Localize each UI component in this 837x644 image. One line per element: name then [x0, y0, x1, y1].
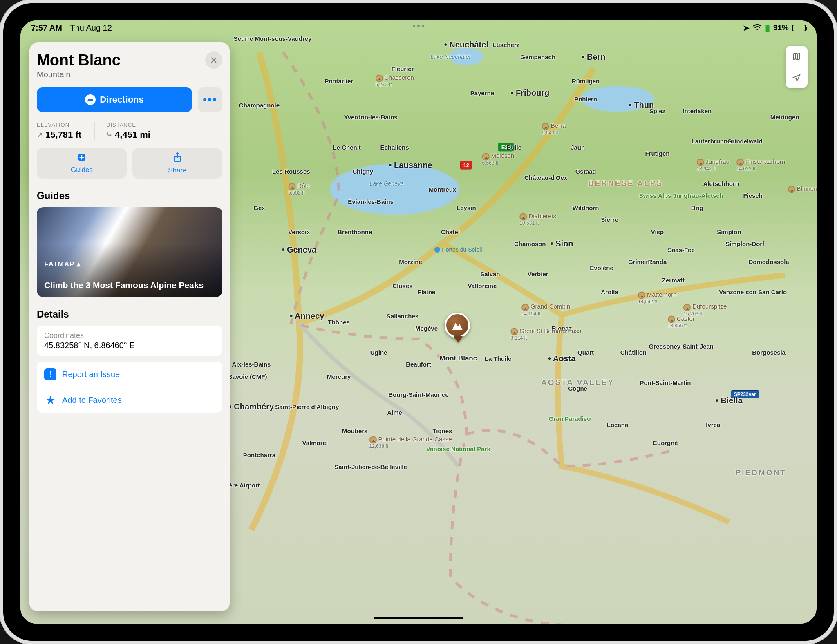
city-pontcharra[interactable]: Pontcharra	[243, 451, 275, 458]
add-to-guides-button[interactable]: Guides	[37, 148, 127, 179]
peak-chasseron[interactable]: Chasseron5,272 ft	[375, 74, 414, 87]
city-simplon-dorf[interactable]: Simplon-Dorf	[725, 240, 764, 247]
city-ch-teau-d-oex[interactable]: Château-d'Oex	[524, 174, 567, 181]
peak-pointe-de-la-grande-casse[interactable]: Pointe de la Grande Casse12,638 ft	[369, 436, 452, 449]
city-cluses[interactable]: Cluses	[392, 282, 412, 289]
city-echallens[interactable]: Echallens	[380, 143, 409, 150]
city-chamoson[interactable]: Chamoson	[514, 240, 546, 247]
city-les-rousses[interactable]: Les Rousses	[272, 168, 310, 175]
city-saint-pierre-d-albigny[interactable]: Saint-Pierre d'Albigny	[275, 403, 339, 410]
close-button[interactable]	[205, 51, 222, 69]
city-gstaad[interactable]: Gstaad	[575, 168, 596, 175]
city-evol-ne[interactable]: Evolène	[590, 264, 613, 271]
city-la-thuile[interactable]: La Thuile	[485, 355, 512, 362]
peak-diablerets[interactable]: Diablerets10,531 ft	[519, 213, 556, 226]
city-aosta[interactable]: • Aosta	[548, 353, 575, 363]
city-gex[interactable]: Gex	[253, 204, 265, 211]
directions-button[interactable]: ➦ Directions	[37, 87, 192, 112]
city-bern[interactable]: • Bern	[582, 52, 605, 61]
city-gempenach[interactable]: Gempenach	[520, 53, 555, 60]
window-grabber[interactable]	[413, 25, 424, 27]
city-mont-sous-vaudrey[interactable]: Mont-sous-Vaudrey	[255, 35, 311, 42]
city-lausanne[interactable]: • Lausanne	[389, 161, 432, 170]
city-ch-tillon[interactable]: Châtillon	[620, 349, 647, 356]
city-meg-ve[interactable]: Megève	[415, 324, 438, 331]
peak-castor[interactable]: Castor13,855 ft	[668, 315, 695, 329]
coordinates-panel[interactable]: Coordinates 45.83258° N, 6.86460° E	[37, 326, 222, 356]
city-jaun[interactable]: Jaun	[571, 143, 585, 150]
city-ugine[interactable]: Ugine	[370, 349, 387, 356]
peak-matterhorn[interactable]: Matterhorn14,692 ft	[638, 291, 677, 304]
locate-me-button[interactable]	[786, 67, 808, 88]
city-salvan[interactable]: Salvan	[480, 270, 500, 277]
peak-blinnenhorn[interactable]: Blinnenhorn	[788, 186, 817, 193]
city-biella[interactable]: • Biella	[716, 396, 743, 405]
city-l-scherz[interactable]: Lüscherz	[492, 41, 519, 48]
city-sallanches[interactable]: Sallanches	[387, 313, 418, 320]
city-neuch-tel[interactable]: • Neuchâtel	[444, 40, 488, 49]
city-morzine[interactable]: Morzine	[399, 258, 422, 265]
city-wildhorn[interactable]: Wildhorn	[573, 204, 599, 211]
city-arolla[interactable]: Arolla	[601, 288, 618, 295]
city-cuorgn-[interactable]: Cuorgnè	[653, 439, 678, 446]
city-randa[interactable]: Randa	[648, 258, 667, 265]
city-locana[interactable]: Locana	[607, 421, 629, 428]
city-sierre[interactable]: Sierre	[601, 216, 618, 223]
city-champagnole[interactable]: Champagnole	[239, 101, 280, 108]
city-le-chenit[interactable]: Le Chenit	[333, 143, 361, 150]
city-zermatt[interactable]: Zermatt	[662, 276, 685, 283]
city-chigny[interactable]: Chigny	[352, 168, 373, 175]
city-saint-julien-de-belleville[interactable]: Saint-Julien-de-Belleville	[334, 463, 407, 470]
more-actions-button[interactable]: •••	[198, 87, 222, 112]
city-aletschhorn[interactable]: Aletschhorn	[703, 180, 739, 187]
city-aix-les-bains[interactable]: Aix-les-Bains	[232, 361, 271, 368]
city-grindelwald[interactable]: Grindelwald	[727, 138, 763, 145]
featured-guide-card[interactable]: FATMAP ▴ Climb the 3 Most Famous Alpine …	[37, 207, 222, 297]
city-payerne[interactable]: Payerne	[470, 89, 494, 96]
peak-berra[interactable]: Berra5,640 ft	[542, 122, 566, 136]
city-gressoney-saint-jean[interactable]: Gressoney-Saint-Jean	[649, 343, 714, 350]
poi-portes-du-soleil[interactable]: Portes du Soleil	[434, 246, 482, 253]
city-vanzone-con-san-carlo[interactable]: Vanzone con San Carlo	[719, 288, 787, 295]
city-fiesch[interactable]: Fiesch	[743, 192, 763, 199]
peak-finsteraarhorn[interactable]: Finsteraarhorn14,022 ft	[736, 159, 786, 172]
home-indicator[interactable]	[374, 617, 463, 619]
city-mo-tiers[interactable]: Moûtiers	[342, 427, 368, 434]
city-pohlern[interactable]: Pohlern	[574, 95, 597, 102]
city-th-nes[interactable]: Thônes	[328, 319, 350, 326]
city-chamb-ry[interactable]: • Chambéry	[229, 402, 274, 411]
peak-dufourspitze[interactable]: Dufourspitze15,203 ft	[683, 303, 727, 317]
city-annecy[interactable]: • Annecy	[290, 311, 324, 321]
place-card[interactable]: Mont Blanc Mountain ➦ Directions •••	[29, 42, 230, 611]
city--vian-les-bains[interactable]: Évian-les-Bains	[348, 198, 394, 205]
map-mode-button[interactable]	[786, 46, 808, 67]
city-aime[interactable]: Aime	[387, 409, 402, 416]
city-sion[interactable]: • Sion	[551, 239, 573, 248]
city-bulle[interactable]: Bulle	[506, 143, 521, 150]
city-tignes[interactable]: Tignes	[432, 427, 452, 434]
share-button[interactable]: Share	[132, 148, 222, 179]
city-brenthonne[interactable]: Brenthonne	[338, 228, 372, 235]
city-simplon[interactable]: Simplon	[717, 228, 741, 235]
city-brig[interactable]: Brig	[691, 204, 703, 211]
add-favorite-row[interactable]: ★ Add to Favorites	[44, 387, 215, 413]
city-borgosesia[interactable]: Borgosesia	[752, 349, 786, 356]
peak-d-le[interactable]: Dôle5,502 ft	[288, 183, 310, 196]
city-valmorel[interactable]: Valmorel	[302, 439, 328, 446]
city-seurre[interactable]: Seurre	[234, 35, 253, 42]
city-saas-fee[interactable]: Saas-Fee	[668, 246, 695, 253]
map-pin-mont-blanc[interactable]	[445, 313, 472, 346]
city-pontarlier[interactable]: Pontarlier	[325, 77, 353, 84]
city-leysin[interactable]: Leysin	[457, 204, 476, 211]
city-vallorcine[interactable]: Vallorcine	[468, 282, 497, 289]
city-mercury[interactable]: Mercury	[327, 373, 351, 380]
peak-jungfrau[interactable]: Jungfrau13,642 ft	[697, 159, 730, 172]
city-domodossola[interactable]: Domodossola	[749, 258, 789, 265]
city-verbier[interactable]: Verbier	[528, 270, 548, 277]
city-fribourg[interactable]: • Fribourg	[510, 88, 549, 98]
peak-great-st-bernard-pass[interactable]: Great St Bernard Pass8,114 ft	[510, 327, 581, 341]
city-beaufort[interactable]: Beaufort	[406, 361, 431, 368]
city-ch-tel[interactable]: Châtel	[441, 228, 460, 235]
city-cogne[interactable]: Cogne	[568, 385, 587, 392]
city-r-mligen[interactable]: Rümligen	[572, 77, 600, 84]
